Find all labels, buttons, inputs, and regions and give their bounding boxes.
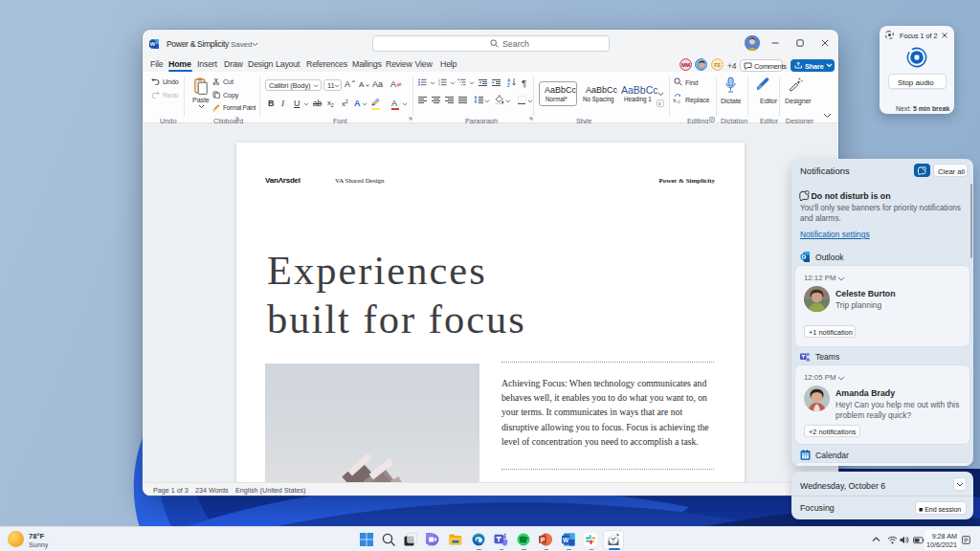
svg-text:3: 3 (438, 83, 440, 86)
svg-text:W: W (150, 41, 156, 47)
svg-text:A: A (359, 80, 365, 88)
svg-text:Aa: Aa (372, 79, 383, 88)
svg-text:Z: Z (507, 83, 510, 87)
svg-text:b: b (673, 98, 676, 103)
svg-text:A: A (345, 79, 350, 88)
svg-text:A: A (390, 79, 396, 88)
svg-text:P: P (541, 537, 546, 543)
svg-text:c: c (678, 99, 680, 103)
svg-text:W: W (563, 537, 569, 543)
